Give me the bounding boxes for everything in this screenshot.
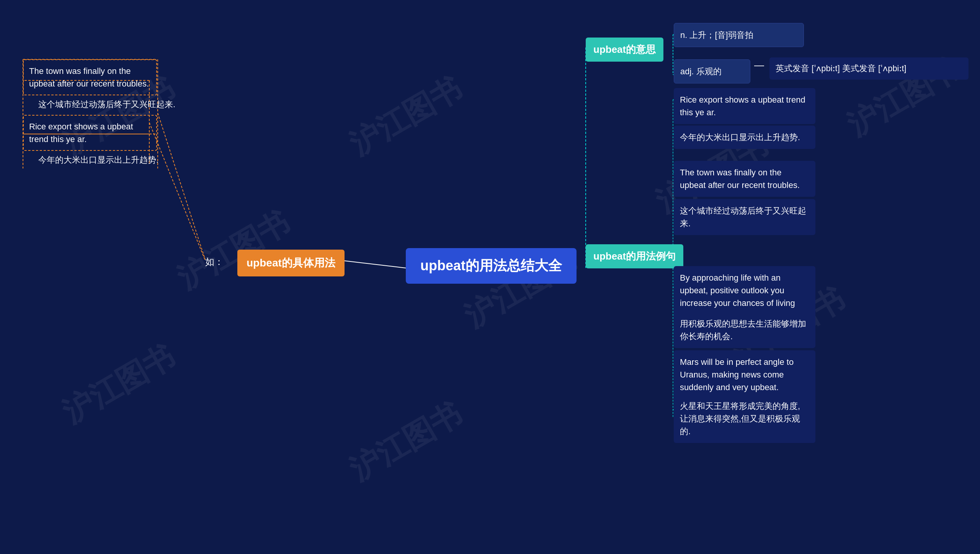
watermark-4: 沪江图书 (342, 68, 469, 165)
dash-separator: — (754, 59, 764, 71)
watermark-6: 沪江图书 (342, 393, 469, 490)
svg-line-3 (149, 123, 205, 260)
svg-line-8 (158, 113, 205, 260)
left-text-1: 这个城市经过动荡后终于又兴旺起来. (38, 95, 184, 114)
left-box-2: Rice export shows a upbeat trend this ye… (23, 115, 157, 151)
right-box-2: 今年的大米出口显示出上升趋势. (674, 126, 815, 149)
teal-node-meaning: upbeat的意思 (586, 38, 663, 62)
right-box-8: 火星和天王星将形成完美的角度, 让消息来得突然,但又是积极乐观的. (674, 394, 815, 443)
label-ru: 如： (205, 256, 224, 268)
teal-node-examples: upbeat的用法例句 (586, 244, 683, 268)
right-box-1: Rice export shows a upbeat trend this ye… (674, 88, 815, 124)
right-box-7: Mars will be in perfect angle to Uranus,… (674, 350, 815, 399)
orange-node: upbeat的具体用法 (237, 250, 345, 276)
meaning-box-2: adj. 乐观的 (674, 59, 750, 83)
right-box-4: 这个城市经过动荡后终于又兴旺起来. (674, 199, 815, 235)
svg-line-9 (341, 260, 406, 268)
left-text-2: 今年的大米出口显示出上升趋势. (38, 150, 184, 169)
meaning-box-1: n. 上升；[音]弱音拍 (674, 23, 804, 47)
right-box-6: 用积极乐观的思想去生活能够增加你长寿的机会. (674, 312, 815, 348)
left-box-1: The town was finally on the upbeat after… (23, 59, 157, 95)
watermark-3: 沪江图书 (55, 336, 182, 433)
right-box-3: The town was finally on the upbeat after… (674, 161, 815, 197)
central-node: upbeat的用法总结大全 (406, 248, 577, 284)
pronunciation-box: 英式发音 [ˈʌpbiːt] 美式发音 [ˈʌpbiːt] (769, 57, 969, 80)
